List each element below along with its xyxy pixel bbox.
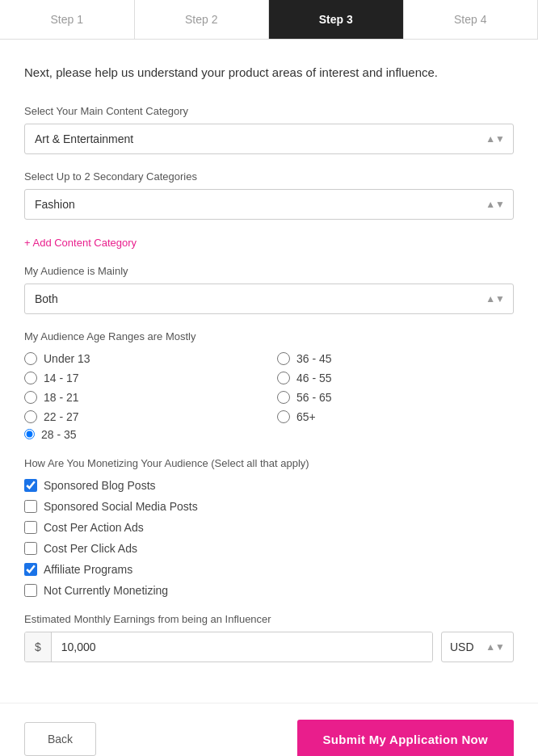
age-18-21[interactable]: 18 - 21 bbox=[24, 391, 261, 404]
monetization-blog-posts[interactable]: Sponsored Blog Posts bbox=[24, 479, 514, 492]
age-65plus-label: 65+ bbox=[296, 410, 316, 423]
age-36-45-radio[interactable] bbox=[277, 352, 290, 365]
monetization-cpa[interactable]: Cost Per Action Ads bbox=[24, 521, 514, 534]
monetization-blog-posts-label: Sponsored Blog Posts bbox=[44, 479, 156, 492]
secondary-category-select[interactable]: Fashion Art & Entertainment Food & Drink… bbox=[25, 190, 513, 219]
monetization-label: How Are You Monetizing Your Audience (Se… bbox=[24, 457, 514, 469]
main-content-category-select-wrapper[interactable]: Art & Entertainment Fashion Food & Drink… bbox=[24, 124, 514, 154]
monetization-none-label: Not Currently Monetizing bbox=[44, 584, 168, 597]
submit-button[interactable]: Submit My Application Now bbox=[297, 720, 514, 757]
add-category-link[interactable]: + Add Content Category bbox=[24, 237, 137, 249]
age-under-13[interactable]: Under 13 bbox=[24, 352, 261, 365]
age-28-35-radio[interactable] bbox=[24, 429, 35, 439]
step-3-tab[interactable]: Step 3 bbox=[269, 0, 404, 39]
age-36-45[interactable]: 36 - 45 bbox=[277, 352, 514, 365]
age-under-13-radio[interactable] bbox=[24, 352, 37, 365]
age-18-21-radio[interactable] bbox=[24, 391, 37, 404]
main-content: Next, please help us understand your pro… bbox=[0, 40, 538, 695]
age-22-27[interactable]: 22 - 27 bbox=[24, 410, 261, 423]
back-button[interactable]: Back bbox=[24, 722, 96, 756]
main-content-category-group: Select Your Main Content Category Art & … bbox=[24, 105, 514, 154]
age-46-55-label: 46 - 55 bbox=[296, 372, 332, 384]
monetization-cpc-checkbox[interactable] bbox=[24, 542, 37, 555]
age-14-17-label: 14 - 17 bbox=[44, 372, 79, 384]
currency-select-wrapper[interactable]: USD EUR GBP CAD AUD ▲▼ bbox=[441, 632, 514, 662]
monetization-social-media-checkbox[interactable] bbox=[24, 500, 37, 513]
monetization-affiliate-checkbox[interactable] bbox=[24, 563, 37, 576]
monetization-cpc-label: Cost Per Click Ads bbox=[44, 542, 137, 555]
age-18-21-label: 18 - 21 bbox=[44, 391, 79, 404]
audience-mainly-select[interactable]: Both Male Female bbox=[25, 284, 513, 313]
age-56-65-label: 56 - 65 bbox=[296, 391, 332, 404]
currency-select[interactable]: USD EUR GBP CAD AUD bbox=[442, 632, 513, 662]
monetization-cpa-label: Cost Per Action Ads bbox=[44, 521, 144, 534]
age-ranges-group: My Audience Age Ranges are Mostly Under … bbox=[24, 330, 514, 441]
monetization-social-media-label: Sponsored Social Media Posts bbox=[44, 500, 198, 513]
intro-text: Next, please help us understand your pro… bbox=[24, 64, 514, 82]
age-14-17[interactable]: 14 - 17 bbox=[24, 372, 261, 384]
dollar-sign-icon: $ bbox=[25, 632, 52, 662]
age-36-45-label: 36 - 45 bbox=[296, 352, 332, 365]
age-46-55-radio[interactable] bbox=[277, 372, 290, 384]
monetization-blog-posts-checkbox[interactable] bbox=[24, 479, 37, 492]
monetization-affiliate[interactable]: Affiliate Programs bbox=[24, 563, 514, 576]
main-content-category-select[interactable]: Art & Entertainment Fashion Food & Drink… bbox=[25, 124, 513, 153]
secondary-category-select-wrapper[interactable]: Fashion Art & Entertainment Food & Drink… bbox=[24, 189, 514, 220]
earnings-input-wrapper: $ bbox=[24, 632, 433, 662]
age-65plus[interactable]: 65+ bbox=[277, 410, 514, 423]
age-56-65-radio[interactable] bbox=[277, 391, 290, 404]
age-28-35[interactable]: 28 - 35 bbox=[24, 428, 514, 441]
earnings-label: Estimated Monthly Earnings from being an… bbox=[24, 613, 514, 625]
step-4-tab[interactable]: Step 4 bbox=[404, 0, 539, 39]
audience-mainly-group: My Audience is Mainly Both Male Female ▲… bbox=[24, 265, 514, 314]
age-ranges-label: My Audience Age Ranges are Mostly bbox=[24, 330, 514, 342]
age-14-17-radio[interactable] bbox=[24, 372, 37, 384]
age-28-35-label: 28 - 35 bbox=[41, 428, 77, 441]
age-ranges-grid: Under 13 36 - 45 14 - 17 46 - 55 18 - 21… bbox=[24, 352, 514, 423]
age-22-27-radio[interactable] bbox=[24, 410, 37, 423]
monetization-cpa-checkbox[interactable] bbox=[24, 521, 37, 534]
secondary-category-label: Select Up to 2 Secondary Categories bbox=[24, 170, 514, 183]
audience-mainly-label: My Audience is Mainly bbox=[24, 265, 514, 277]
age-under-13-label: Under 13 bbox=[44, 352, 90, 365]
age-56-65[interactable]: 56 - 65 bbox=[277, 391, 514, 404]
age-46-55[interactable]: 46 - 55 bbox=[277, 372, 514, 384]
monetization-social-media[interactable]: Sponsored Social Media Posts bbox=[24, 500, 514, 513]
earnings-input[interactable] bbox=[52, 632, 432, 662]
step-2-tab[interactable]: Step 2 bbox=[135, 0, 270, 39]
monetization-none-checkbox[interactable] bbox=[24, 584, 37, 597]
audience-mainly-select-wrapper[interactable]: Both Male Female ▲▼ bbox=[24, 284, 514, 314]
step-1-tab[interactable]: Step 1 bbox=[0, 0, 135, 39]
steps-header: Step 1 Step 2 Step 3 Step 4 bbox=[0, 0, 538, 40]
secondary-category-group: Select Up to 2 Secondary Categories Fash… bbox=[24, 170, 514, 220]
main-content-category-label: Select Your Main Content Category bbox=[24, 105, 514, 117]
monetization-cpc[interactable]: Cost Per Click Ads bbox=[24, 542, 514, 555]
earnings-row: $ USD EUR GBP CAD AUD ▲▼ bbox=[24, 632, 514, 662]
monetization-none[interactable]: Not Currently Monetizing bbox=[24, 584, 514, 597]
monetization-group: How Are You Monetizing Your Audience (Se… bbox=[24, 457, 514, 597]
footer-buttons: Back Submit My Application Now bbox=[0, 703, 538, 757]
monetization-affiliate-label: Affiliate Programs bbox=[44, 563, 132, 576]
age-65plus-radio[interactable] bbox=[277, 410, 290, 423]
earnings-group: Estimated Monthly Earnings from being an… bbox=[24, 613, 514, 662]
age-22-27-label: 22 - 27 bbox=[44, 410, 79, 423]
